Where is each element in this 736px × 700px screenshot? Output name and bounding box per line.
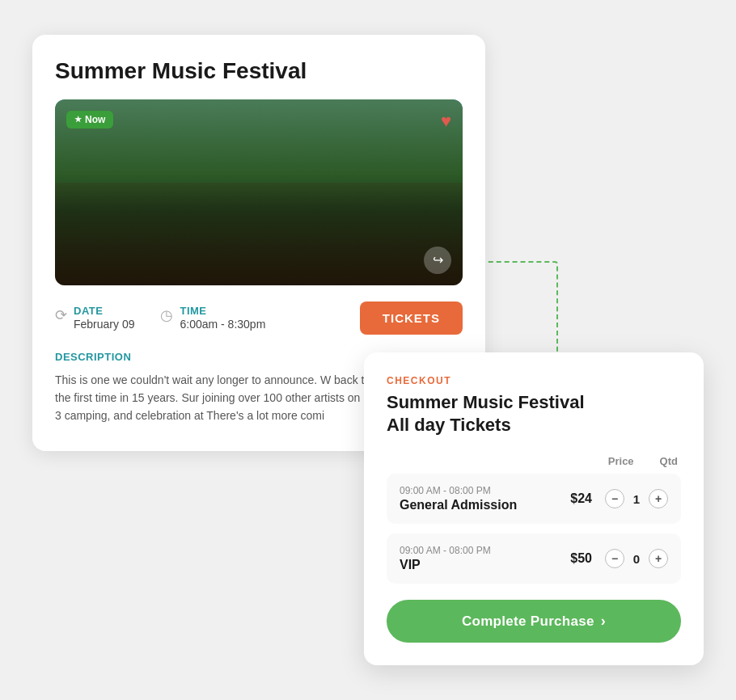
clock-icon: ◷: [160, 306, 173, 324]
favorite-button[interactable]: ♥: [441, 111, 451, 132]
ticket-row: 09:00 AM - 08:00 PM General Admission $2…: [387, 474, 681, 524]
decrement-vip-button[interactable]: −: [605, 549, 624, 568]
tickets-button[interactable]: TICKETS: [360, 302, 463, 335]
event-title: Summer Music Festival: [55, 57, 463, 85]
time-meta: ◷ TIME 6:00am - 8:30pm: [160, 305, 265, 331]
event-meta: ⟳ DATE February 09 ◷ TIME 6:00am - 8:30p…: [32, 302, 485, 335]
scene: Summer Music Festival ★ Now ♥ ↪: [32, 35, 704, 665]
complete-purchase-button[interactable]: Complete Purchase ›: [387, 600, 681, 643]
date-meta: ⟳ DATE February 09: [55, 305, 134, 331]
calendar-icon: ⟳: [55, 306, 67, 324]
ticket-info: 09:00 AM - 08:00 PM VIP: [400, 545, 553, 572]
checkout-card: CHECKOUT Summer Music Festival All day T…: [364, 352, 704, 665]
quantity-value-vip: 0: [631, 552, 642, 566]
decrement-general-button[interactable]: −: [605, 489, 624, 508]
now-badge: ★ Now: [66, 111, 113, 129]
star-icon: ★: [74, 115, 82, 124]
event-image: ★ Now ♥ ↪: [55, 99, 463, 285]
ticket-info: 09:00 AM - 08:00 PM General Admission: [400, 485, 553, 512]
checkout-title: Summer Music Festival All day Tickets: [387, 391, 681, 436]
increment-general-button[interactable]: +: [649, 489, 668, 508]
ticket-row: 09:00 AM - 08:00 PM VIP $50 − 0 +: [387, 533, 681, 584]
checkout-table-header: Price Qtd: [387, 455, 681, 467]
quantity-control-vip: − 0 +: [605, 549, 668, 568]
share-button[interactable]: ↪: [424, 247, 451, 274]
quantity-value: 1: [631, 492, 642, 506]
arrow-icon: ›: [601, 613, 606, 630]
quantity-control: − 1 +: [605, 489, 668, 508]
increment-vip-button[interactable]: +: [649, 549, 668, 568]
